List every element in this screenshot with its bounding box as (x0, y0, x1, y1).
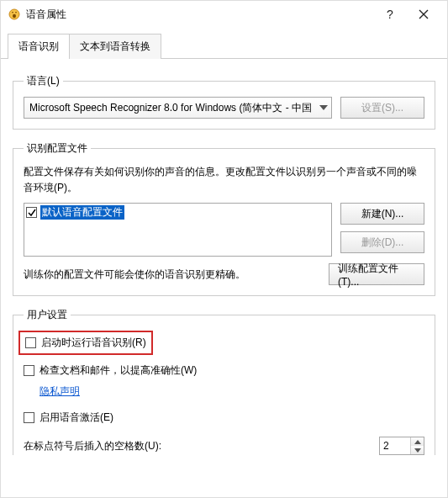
review-docs-row: 检查文档和邮件，以提高准确性(W) (24, 363, 424, 378)
spaces-value: 2 (380, 440, 410, 452)
privacy-link[interactable]: 隐私声明 (40, 384, 80, 399)
tab-label: 语音识别 (18, 40, 59, 52)
delete-profile-button[interactable]: 删除(D)... (340, 231, 424, 253)
voice-activation-row: 启用语音激活(E) (24, 411, 424, 425)
profiles-group: 识别配置文件 配置文件保存有关如何识别你的声音的信息。更改配置文件以识别另一个声… (13, 141, 435, 296)
speech-properties-dialog: 语音属性 ? 语音识别 文本到语音转换 语言(L) Microsoft Spee… (0, 0, 448, 498)
run-at-startup-label: 启动时运行语音识别(R) (41, 336, 146, 350)
profile-item-default[interactable]: 默认语音配置文件 (26, 205, 329, 220)
profiles-legend: 识别配置文件 (24, 141, 91, 156)
spaces-after-punct-label: 在标点符号后插入的空格数(U): (24, 439, 379, 453)
button-label: 训练配置文件(T)... (338, 262, 415, 288)
voice-activation-label: 启用语音激活(E) (40, 411, 113, 425)
tab-speech-recognition[interactable]: 语音识别 (8, 34, 70, 59)
language-legend: 语言(L) (24, 74, 63, 88)
review-docs-label: 检查文档和邮件，以提高准确性(W) (40, 363, 197, 378)
help-button[interactable]: ? (373, 3, 407, 26)
tab-text-to-speech[interactable]: 文本到语音转换 (69, 34, 161, 59)
new-profile-button[interactable]: 新建(N)... (340, 203, 424, 225)
spaces-after-punct-stepper[interactable]: 2 (379, 437, 424, 455)
review-docs-checkbox[interactable] (24, 365, 34, 376)
run-at-startup-checkbox[interactable] (25, 337, 36, 348)
profile-item-label: 默认语音配置文件 (40, 205, 124, 220)
button-label: 删除(D)... (361, 236, 404, 250)
tab-content: 语言(L) Microsoft Speech Recognizer 8.0 fo… (1, 59, 447, 497)
stepper-down-icon[interactable] (411, 446, 424, 454)
recognizer-value: Microsoft Speech Recognizer 8.0 for Wind… (29, 101, 312, 115)
svg-text:?: ? (387, 8, 393, 20)
titlebar: 语音属性 ? (1, 1, 447, 28)
close-button[interactable] (407, 3, 440, 26)
profile-item-checkbox[interactable] (26, 207, 37, 218)
highlight-run-at-startup: 启动时运行语音识别(R) (18, 331, 153, 355)
user-settings-legend: 用户设置 (24, 308, 71, 322)
profiles-listbox[interactable]: 默认语音配置文件 (24, 203, 332, 257)
language-group: 语言(L) Microsoft Speech Recognizer 8.0 fo… (13, 74, 435, 130)
train-profile-button[interactable]: 训练配置文件(T)... (329, 263, 424, 285)
tab-strip: 语音识别 文本到语音转换 (1, 33, 447, 59)
speech-icon (8, 8, 21, 21)
profiles-description: 配置文件保存有关如何识别你的声音的信息。更改配置文件以识别另一个声音或不同的噪音… (24, 164, 424, 196)
recognizer-select[interactable]: Microsoft Speech Recognizer 8.0 for Wind… (24, 97, 332, 119)
stepper-up-icon[interactable] (411, 437, 424, 446)
button-label: 设置(S)... (361, 101, 403, 115)
recognizer-settings-button[interactable]: 设置(S)... (340, 97, 424, 119)
button-label: 新建(N)... (361, 207, 404, 221)
svg-point-1 (13, 14, 16, 18)
voice-activation-checkbox[interactable] (24, 412, 34, 423)
user-settings-group: 用户设置 启动时运行语音识别(R) 检查文档和邮件，以提高准确性(W) 隐私声明… (13, 308, 435, 455)
tab-label: 文本到语音转换 (80, 40, 150, 52)
window-title: 语音属性 (26, 8, 66, 22)
chevron-down-icon (319, 105, 328, 110)
train-description: 训练你的配置文件可能会使你的语音识别更精确。 (24, 268, 320, 282)
